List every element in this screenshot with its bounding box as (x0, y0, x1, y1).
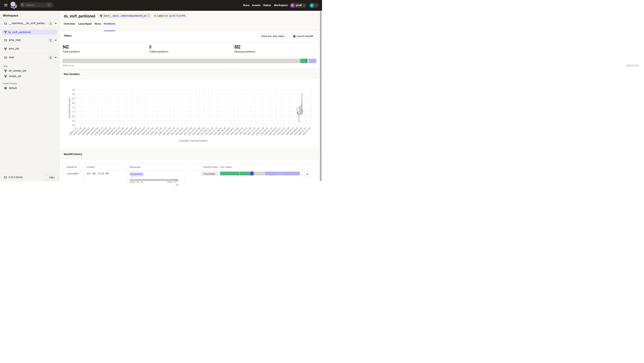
svg-text:9.5: 9.5 (72, 89, 75, 91)
svg-text:7.5: 7.5 (72, 106, 75, 108)
svg-text:8.5: 8.5 (72, 98, 75, 100)
svg-text:8.0: 8.0 (72, 102, 75, 104)
svg-text:7.0: 7.0 (72, 111, 75, 113)
svg-text:Execution Time by Partition: Execution Time by Partition (179, 140, 208, 142)
svg-text:5.5: 5.5 (72, 124, 75, 126)
svg-text:9.0: 9.0 (72, 93, 75, 95)
svg-text:Execution time (secs): Execution time (secs) (68, 98, 71, 118)
svg-text:6.5: 6.5 (72, 115, 75, 118)
svg-text:6.0: 6.0 (72, 120, 75, 122)
